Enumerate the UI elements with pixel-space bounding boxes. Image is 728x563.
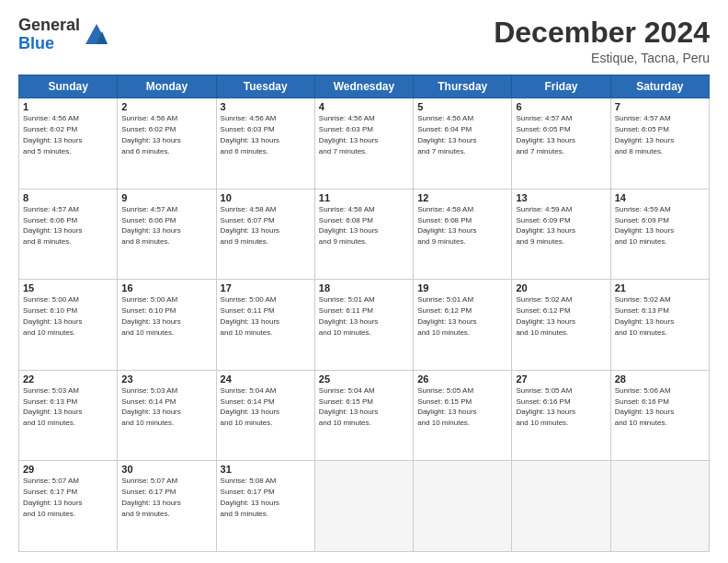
day-number: 17 [221,282,311,293]
day-number: 14 [615,192,705,203]
day-number: 26 [417,373,507,385]
table-row: 22Sunrise: 5:03 AMSunset: 6:13 PMDayligh… [19,370,118,461]
table-row [314,461,413,552]
table-row: 21Sunrise: 5:02 AMSunset: 6:13 PMDayligh… [610,280,709,371]
day-info: Sunrise: 4:57 AMSunset: 6:05 PMDaylight:… [516,114,574,155]
weekday-header-row: Sunday Monday Tuesday Wednesday Thursday… [19,75,710,98]
table-row: 26Sunrise: 5:05 AMSunset: 6:15 PMDayligh… [414,370,512,461]
table-row: 11Sunrise: 4:58 AMSunset: 6:08 PMDayligh… [314,189,413,280]
header-wednesday: Wednesday [314,75,413,98]
day-info: Sunrise: 5:02 AMSunset: 6:12 PMDaylight:… [516,295,574,336]
day-info: Sunrise: 5:05 AMSunset: 6:15 PMDaylight:… [417,386,476,427]
table-row: 23Sunrise: 5:03 AMSunset: 6:14 PMDayligh… [118,370,216,461]
header: General Blue December 2024 Estique, Tacn… [18,17,710,65]
calendar-row: 15Sunrise: 5:00 AMSunset: 6:10 PMDayligh… [19,280,710,371]
table-row: 5Sunrise: 4:56 AMSunset: 6:04 PMDaylight… [414,98,512,190]
calendar-row: 29Sunrise: 5:07 AMSunset: 6:17 PMDayligh… [19,461,710,552]
table-row: 19Sunrise: 5:01 AMSunset: 6:12 PMDayligh… [414,280,512,371]
table-row: 18Sunrise: 5:01 AMSunset: 6:11 PMDayligh… [314,280,413,371]
day-info: Sunrise: 4:57 AMSunset: 6:06 PMDaylight:… [121,205,180,246]
day-info: Sunrise: 5:03 AMSunset: 6:14 PMDaylight:… [121,386,180,427]
day-number: 22 [23,373,113,385]
day-number: 15 [23,282,113,293]
header-sunday: Sunday [19,75,118,98]
title-block: December 2024 Estique, Tacna, Peru [494,17,710,65]
table-row: 4Sunrise: 4:56 AMSunset: 6:03 PMDaylight… [314,98,413,190]
table-row: 25Sunrise: 5:04 AMSunset: 6:15 PMDayligh… [314,370,413,461]
calendar-row: 22Sunrise: 5:03 AMSunset: 6:13 PMDayligh… [19,370,710,461]
day-number: 8 [23,192,113,203]
logo-blue: Blue [18,34,54,52]
day-number: 21 [615,282,705,293]
day-number: 18 [319,282,409,293]
day-info: Sunrise: 4:58 AMSunset: 6:07 PMDaylight:… [221,205,279,246]
table-row: 6Sunrise: 4:57 AMSunset: 6:05 PMDaylight… [512,98,610,190]
table-row: 20Sunrise: 5:02 AMSunset: 6:12 PMDayligh… [512,280,610,371]
day-info: Sunrise: 4:57 AMSunset: 6:06 PMDaylight:… [23,205,82,246]
day-info: Sunrise: 5:04 AMSunset: 6:15 PMDaylight:… [319,386,378,427]
header-thursday: Thursday [414,75,512,98]
day-info: Sunrise: 4:56 AMSunset: 6:02 PMDaylight:… [121,114,180,155]
day-info: Sunrise: 5:06 AMSunset: 6:16 PMDaylight:… [615,386,674,427]
day-info: Sunrise: 5:02 AMSunset: 6:13 PMDaylight:… [615,295,674,336]
table-row: 12Sunrise: 4:58 AMSunset: 6:08 PMDayligh… [414,189,512,280]
day-info: Sunrise: 5:00 AMSunset: 6:11 PMDaylight:… [221,295,279,336]
table-row [610,461,709,552]
day-info: Sunrise: 4:58 AMSunset: 6:08 PMDaylight:… [417,205,476,246]
table-row: 14Sunrise: 4:59 AMSunset: 6:09 PMDayligh… [610,189,709,280]
day-number: 30 [121,464,211,475]
header-friday: Friday [512,75,610,98]
calendar-row: 1Sunrise: 4:56 AMSunset: 6:02 PMDaylight… [19,98,710,190]
day-info: Sunrise: 4:56 AMSunset: 6:03 PMDaylight:… [221,114,279,155]
page: General Blue December 2024 Estique, Tacn… [0,0,728,563]
day-number: 16 [121,282,211,293]
table-row: 17Sunrise: 5:00 AMSunset: 6:11 PMDayligh… [216,280,314,371]
table-row: 1Sunrise: 4:56 AMSunset: 6:02 PMDaylight… [19,98,118,190]
header-monday: Monday [118,75,216,98]
month-title: December 2024 [494,17,710,49]
day-info: Sunrise: 4:56 AMSunset: 6:03 PMDaylight:… [319,114,378,155]
table-row: 24Sunrise: 5:04 AMSunset: 6:14 PMDayligh… [216,370,314,461]
day-number: 12 [417,192,507,203]
day-info: Sunrise: 5:03 AMSunset: 6:13 PMDaylight:… [23,386,82,427]
day-number: 6 [516,101,606,112]
day-info: Sunrise: 5:04 AMSunset: 6:14 PMDaylight:… [221,386,279,427]
table-row: 8Sunrise: 4:57 AMSunset: 6:06 PMDaylight… [19,189,118,280]
table-row: 31Sunrise: 5:08 AMSunset: 6:17 PMDayligh… [216,461,314,552]
day-number: 29 [23,464,113,475]
logo-text: General Blue [18,17,80,53]
day-number: 3 [221,101,311,112]
day-info: Sunrise: 4:56 AMSunset: 6:02 PMDaylight:… [23,114,82,155]
day-info: Sunrise: 4:59 AMSunset: 6:09 PMDaylight:… [615,205,674,246]
day-info: Sunrise: 5:08 AMSunset: 6:17 PMDaylight:… [221,477,279,517]
day-number: 13 [516,192,606,203]
table-row: 7Sunrise: 4:57 AMSunset: 6:05 PMDaylight… [610,98,709,190]
table-row: 28Sunrise: 5:06 AMSunset: 6:16 PMDayligh… [610,370,709,461]
table-row: 16Sunrise: 5:00 AMSunset: 6:10 PMDayligh… [118,280,216,371]
day-info: Sunrise: 5:07 AMSunset: 6:17 PMDaylight:… [121,477,180,517]
day-number: 5 [417,101,507,112]
day-number: 27 [516,373,606,385]
day-number: 1 [23,101,113,112]
day-number: 2 [121,101,211,112]
day-info: Sunrise: 4:58 AMSunset: 6:08 PMDaylight:… [319,205,378,246]
table-row: 30Sunrise: 5:07 AMSunset: 6:17 PMDayligh… [118,461,216,552]
logo-general: General [18,16,80,34]
day-info: Sunrise: 5:00 AMSunset: 6:10 PMDaylight:… [23,295,82,336]
table-row: 3Sunrise: 4:56 AMSunset: 6:03 PMDaylight… [216,98,314,190]
calendar-table: Sunday Monday Tuesday Wednesday Thursday… [18,75,710,552]
logo: General Blue [18,17,109,53]
table-row: 10Sunrise: 4:58 AMSunset: 6:07 PMDayligh… [216,189,314,280]
day-number: 10 [221,192,311,203]
day-number: 19 [417,282,507,293]
day-info: Sunrise: 5:00 AMSunset: 6:10 PMDaylight:… [121,295,180,336]
day-info: Sunrise: 5:01 AMSunset: 6:12 PMDaylight:… [417,295,476,336]
table-row: 27Sunrise: 5:05 AMSunset: 6:16 PMDayligh… [512,370,610,461]
header-tuesday: Tuesday [216,75,314,98]
header-saturday: Saturday [610,75,709,98]
table-row: 13Sunrise: 4:59 AMSunset: 6:09 PMDayligh… [512,189,610,280]
day-number: 23 [121,373,211,385]
day-number: 9 [121,192,211,203]
table-row: 2Sunrise: 4:56 AMSunset: 6:02 PMDaylight… [118,98,216,190]
table-row [512,461,610,552]
